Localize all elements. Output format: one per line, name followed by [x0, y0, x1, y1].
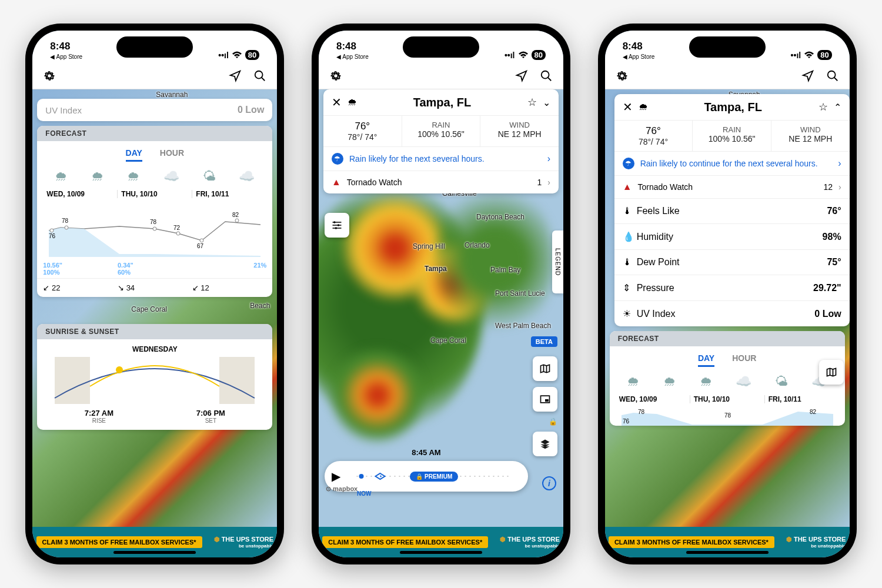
favorite-icon[interactable]: ☆ [818, 101, 828, 113]
favorite-icon[interactable]: ☆ [527, 96, 537, 109]
forecast-day: WED, 10/09 [616, 395, 690, 403]
tornado-alert-row[interactable]: ▲ Tornado Watch 12 › [614, 175, 850, 198]
tab-hour[interactable]: HOUR [160, 148, 184, 162]
cellular-icon: ••ıl [791, 51, 801, 60]
rain-alert-text: Rain likely for the next several hours. [349, 154, 485, 163]
ad-brand: THE UPS STORE [507, 536, 559, 543]
sunrise-day: WEDNESDAY [43, 345, 266, 353]
location-name: Tampa, FL [363, 96, 522, 109]
play-icon[interactable]: ▶ [332, 469, 340, 483]
svg-point-17 [542, 71, 549, 78]
mapbox-attribution[interactable]: ⊙ mapbox [326, 485, 358, 493]
alert-count: 12 [823, 182, 833, 192]
search-icon[interactable] [826, 69, 839, 82]
svg-point-20 [338, 224, 339, 226]
forecast-section-label: FORECAST [610, 331, 845, 346]
svg-rect-23 [545, 399, 549, 402]
locate-icon[interactable] [801, 69, 814, 82]
home-indicator[interactable] [400, 551, 482, 554]
back-to-appstore[interactable]: ◀ App Store [336, 54, 369, 60]
svg-line-29 [834, 77, 837, 81]
battery-indicator: 80 [817, 50, 831, 60]
tab-hour[interactable]: HOUR [732, 353, 756, 367]
forecast-card: FORECAST DAY HOUR 🌧🌧🌧☁️🌤☁️ WED, 10/09 TH… [610, 331, 845, 426]
lock-icon[interactable]: 🔒 [533, 417, 557, 426]
back-to-appstore[interactable]: ◀ App Store [50, 54, 82, 60]
rain-stat: 100% 10.56" [405, 129, 478, 139]
back-to-appstore[interactable]: ◀ App Store [623, 54, 655, 60]
now-label: NOW [357, 490, 371, 497]
temperature-chart[interactable]: 76 78 78 72 67 82 [43, 204, 266, 257]
svg-text:78: 78 [638, 409, 645, 415]
locate-icon[interactable] [229, 69, 242, 82]
chevron-right-icon: › [838, 182, 841, 192]
tornado-alert-row[interactable]: ▲ Tornado Watch 1 › [323, 171, 559, 193]
premium-pill[interactable]: 🔒 PREMIUM [410, 472, 458, 482]
svg-text:82: 82 [232, 212, 239, 218]
hilo-temp: 78°/ 74° [617, 137, 690, 146]
forecast-section-label: FORECAST [37, 126, 272, 141]
search-icon[interactable] [253, 69, 266, 82]
wifi-icon [804, 51, 814, 59]
svg-text:72: 72 [173, 225, 181, 231]
forecast-day: FRI, 10/11 [765, 395, 839, 403]
forecast-day: THU, 10/10 [690, 395, 765, 403]
legend-tab[interactable]: LEGEND [552, 230, 563, 293]
umbrella-icon: ☂ [623, 158, 634, 169]
current-temp: 76° [326, 121, 399, 132]
home-indicator[interactable] [113, 551, 196, 554]
temperature-chart-peek: 76 78 78 82 [616, 408, 839, 426]
svg-point-10 [200, 239, 203, 242]
filter-button[interactable] [325, 213, 349, 238]
sunrise-section-label: SUNRISE & SUNSET [37, 324, 272, 339]
weather-condition-icon: 🌧 [348, 97, 357, 108]
forecast-day: FRI, 10/11 [192, 190, 266, 198]
settings-icon[interactable] [616, 69, 629, 82]
svg-point-16 [116, 366, 123, 373]
weather-condition-icon: 🌧 [639, 102, 648, 112]
current-temp: 76° [617, 125, 690, 137]
status-time: 8:48 [623, 41, 643, 52]
svg-point-25 [359, 474, 363, 479]
tab-day[interactable]: DAY [698, 353, 714, 367]
home-indicator[interactable] [686, 551, 769, 554]
wifi-icon [232, 51, 242, 59]
partly-sunny-icon: 🌤 [775, 374, 788, 389]
map-style-button[interactable] [533, 356, 557, 381]
svg-text:78: 78 [150, 219, 157, 225]
rain-alert-row[interactable]: ☂ Rain likely to continue for the next s… [614, 151, 850, 175]
night-cloud-icon: ☁️ [163, 169, 179, 184]
chevron-up-icon[interactable]: ⌃ [834, 102, 841, 113]
svg-point-4 [65, 226, 68, 229]
app-toolbar [605, 62, 850, 89]
svg-point-2 [50, 229, 54, 232]
wind-row: ↙ 22 ↘ 34 ↙ 12 [37, 278, 272, 297]
map-style-button[interactable] [819, 360, 844, 385]
cellular-icon: ••ıl [218, 51, 229, 60]
sunrise-time: 7:27 AM [85, 409, 113, 417]
layers-button[interactable] [533, 432, 557, 456]
location-card: ✕ 🌧 Tampa, FL ☆ ⌄ 76°78°/ 74° RAIN100% 1… [323, 89, 559, 193]
chevron-right-icon: › [547, 178, 550, 187]
uv-row-value: 0 Low [238, 105, 264, 115]
search-icon[interactable] [540, 69, 553, 82]
svg-text:76: 76 [623, 418, 630, 425]
settings-icon[interactable] [329, 69, 342, 82]
tab-day[interactable]: DAY [126, 148, 142, 162]
cloud-icon: ☁️ [239, 169, 255, 184]
close-icon[interactable]: ✕ [623, 100, 633, 114]
locate-icon[interactable] [515, 69, 528, 82]
close-icon[interactable]: ✕ [332, 95, 342, 109]
chevron-down-icon[interactable]: ⌄ [543, 97, 550, 108]
warning-icon: ▲ [332, 177, 341, 188]
app-toolbar [32, 62, 277, 89]
partly-sunny-icon: 🌤 [203, 169, 216, 184]
info-icon[interactable]: i [542, 476, 556, 490]
map-city-label: Cape Coral [131, 305, 167, 313]
pip-button[interactable] [533, 387, 557, 412]
settings-icon[interactable] [43, 69, 56, 82]
alert-count: 1 [537, 178, 542, 187]
rain-alert-row[interactable]: ☂ Rain likely for the next several hours… [323, 146, 559, 171]
tornado-alert-text: Tornado Watch [347, 178, 402, 187]
wind-arrow-icon: ↙ [192, 283, 199, 292]
